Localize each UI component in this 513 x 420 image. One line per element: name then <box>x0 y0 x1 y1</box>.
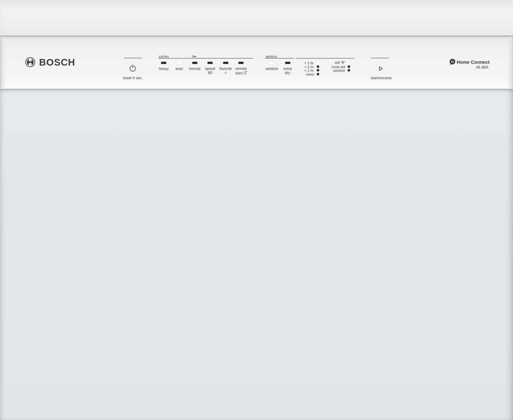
option-label-line2: dry <box>277 71 298 75</box>
top-panel <box>0 0 513 36</box>
option-indicator-lit <box>269 62 274 64</box>
top-left-edge <box>1 0 2 36</box>
options-underline <box>265 58 294 59</box>
status-led-rinse-aid <box>348 65 350 68</box>
start-resume-button[interactable]: start/resume <box>367 64 395 80</box>
dishwasher-front: BOSCH reset 4 sec. cycles heavy auto nor… <box>0 0 513 420</box>
option-label-line1: extra <box>283 67 292 71</box>
status-label-wifi: wifi <box>323 61 345 64</box>
cycle-label-line1: speed <box>205 67 215 71</box>
status-label-lt1hr: < 1 hr. <box>295 69 314 72</box>
cycles-label: cycles <box>159 54 169 58</box>
status-led-lt1hr <box>317 69 319 71</box>
dishwasher-door <box>0 90 513 420</box>
option-button-extra-dry[interactable]: extra dry <box>277 61 298 75</box>
reset-label: reset 4 sec. <box>122 76 144 80</box>
start-divider <box>371 58 389 58</box>
status-led-gt2hr <box>317 61 319 64</box>
cycle-label-start-text: start <box>235 71 243 75</box>
status-label-lt2hr: < 2 hr. <box>295 65 314 68</box>
option-indicator <box>285 62 290 64</box>
wifi-icon <box>341 61 345 64</box>
control-panel <box>0 37 513 88</box>
home-connect-label: Home Connect <box>457 60 490 65</box>
child-lock-key-icon <box>192 55 197 57</box>
cycle-label-line2: start <box>231 71 251 75</box>
cycle-label-line1: favorite <box>219 67 232 71</box>
cycle-indicator <box>223 62 228 64</box>
power-icon <box>129 64 136 73</box>
bosch-emblem-icon <box>25 57 35 68</box>
status-label-rinse-aid: rinse aid <box>323 65 345 68</box>
home-connect-icon <box>449 59 456 65</box>
top-edge-line <box>2 2 510 2</box>
remote-start-icon <box>244 71 247 75</box>
cycle-indicator-lit <box>177 62 182 64</box>
cycle-indicator <box>207 62 213 64</box>
cycles-underline <box>158 58 253 59</box>
status-label-sanitize: sanitize <box>323 69 345 72</box>
panel-bevel-left <box>0 37 6 88</box>
play-icon <box>377 65 384 72</box>
cycle-button-remote-start[interactable]: remote start <box>231 61 251 75</box>
status-label-clean: clean <box>295 73 314 76</box>
power-button[interactable]: reset 4 sec. <box>122 64 144 82</box>
cycle-indicator <box>161 62 166 64</box>
status-label-gt2hr: > 2 hr. <box>295 61 314 65</box>
bosch-wordmark: BOSCH <box>39 57 75 68</box>
status-led-clean <box>317 73 319 75</box>
status-led-sanitize <box>348 69 350 71</box>
cycle-indicator <box>192 62 197 64</box>
cycle-label-line1: remote <box>235 67 247 71</box>
cycle-label: remote start <box>231 67 251 75</box>
wifi-label-text: wifi <box>335 61 340 64</box>
start-resume-label: start/resume <box>367 76 395 80</box>
noise-rating: 48 dBA <box>457 65 489 69</box>
cycle-indicator <box>238 62 244 64</box>
status-led-wifi <box>348 61 350 64</box>
option-label: extra dry <box>277 67 298 75</box>
panel-bevel-right <box>507 37 513 88</box>
status-underline <box>296 58 354 59</box>
status-led-lt2hr <box>317 65 319 68</box>
power-divider <box>124 58 141 58</box>
options-label: options <box>266 54 277 58</box>
